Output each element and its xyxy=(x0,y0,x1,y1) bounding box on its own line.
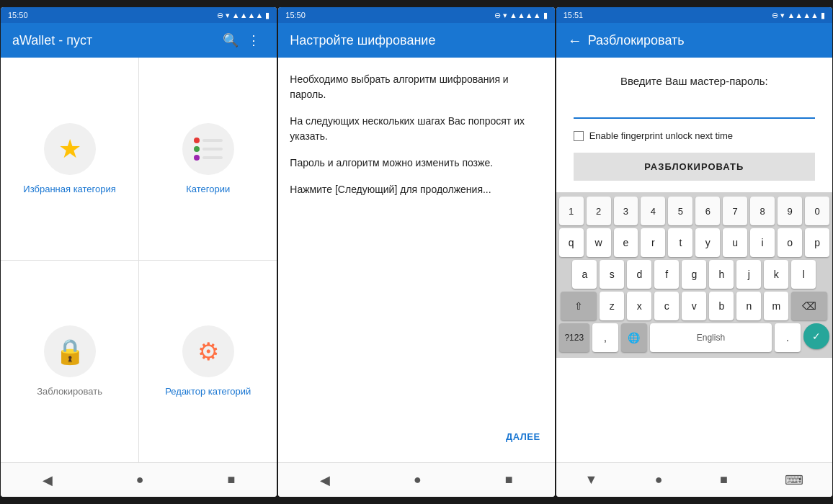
key-f[interactable]: f xyxy=(654,260,679,289)
back-arrow-3[interactable]: ← xyxy=(568,32,582,49)
lock-label: Заблокировать xyxy=(37,386,102,397)
next-button[interactable]: ДАЛЕЕ xyxy=(503,426,543,448)
recents-nav-1[interactable]: ■ xyxy=(213,467,250,493)
unlock-content: Введите Ваш мастер-пароль: Enable finger… xyxy=(556,58,832,462)
battery-icon-2: ▮ xyxy=(543,11,548,20)
key-3[interactable]: 3 xyxy=(614,197,638,225)
key-i[interactable]: i xyxy=(750,228,775,257)
key-b[interactable]: b xyxy=(709,292,734,320)
battery-icon: ▮ xyxy=(265,11,270,20)
signal-icon-2: ▲▲▲▲ xyxy=(509,11,541,19)
key-7[interactable]: 7 xyxy=(723,197,747,225)
key-6[interactable]: 6 xyxy=(695,197,720,225)
phone-screen-3: 15:51 ⊖ ▾ ▲▲▲▲ ▮ ← Разблокировать Введит… xyxy=(556,7,832,497)
key-n[interactable]: n xyxy=(736,292,761,320)
fingerprint-label: Enable fingerprint unlock next time xyxy=(589,130,733,141)
categories-icon xyxy=(194,138,223,161)
key-1[interactable]: 1 xyxy=(559,197,584,225)
app-title-1: aWallet - пуст xyxy=(12,33,219,48)
status-bar-2: 15:50 ⊖ ▾ ▲▲▲▲ ▮ xyxy=(278,7,554,23)
nav-bar-2: ◀ ● ■ xyxy=(278,462,554,497)
globe-key[interactable]: 🌐 xyxy=(621,323,647,352)
favorites-item[interactable]: ★ Избранная категория xyxy=(1,58,138,260)
recents-nav-2[interactable]: ■ xyxy=(491,467,527,493)
favorites-icon-bg: ★ xyxy=(44,123,96,175)
key-r[interactable]: r xyxy=(641,228,665,257)
enter-key[interactable]: ✓ xyxy=(803,323,829,349)
key-t[interactable]: t xyxy=(668,228,692,257)
key-5[interactable]: 5 xyxy=(668,197,692,225)
back-nav-3[interactable]: ▼ xyxy=(570,467,612,493)
key-e[interactable]: e xyxy=(614,228,638,257)
app-title-3: Разблокировать xyxy=(588,33,821,48)
encryption-content: Необходимо выбрать алгоритм шифрования и… xyxy=(278,58,554,462)
comma-key[interactable]: , xyxy=(592,323,618,352)
shift-key[interactable]: ⇧ xyxy=(561,292,597,320)
more-button-1[interactable]: ⋮ xyxy=(242,29,265,52)
status-bar-3: 15:51 ⊖ ▾ ▲▲▲▲ ▮ xyxy=(556,7,832,23)
key-q[interactable]: q xyxy=(559,228,584,257)
key-9[interactable]: 9 xyxy=(778,197,802,225)
key-x[interactable]: x xyxy=(627,292,651,320)
star-icon: ★ xyxy=(58,134,81,164)
key-8[interactable]: 8 xyxy=(750,197,775,225)
password-input[interactable] xyxy=(574,99,815,119)
key-j[interactable]: j xyxy=(736,260,761,289)
cat-editor-item[interactable]: ⚙ Редактор категорий xyxy=(139,261,277,463)
no-sim-icon-3: ⊖ xyxy=(772,11,778,20)
phone-screen-2: 15:50 ⊖ ▾ ▲▲▲▲ ▮ Настройте шифрование Не… xyxy=(278,7,554,497)
wifi-icon-2: ▾ xyxy=(503,11,507,20)
no-sim-icon: ⊖ xyxy=(217,11,223,20)
key-d[interactable]: d xyxy=(627,260,651,289)
space-key[interactable]: English xyxy=(650,323,772,352)
favorites-label: Избранная категория xyxy=(23,184,115,194)
home-nav-3[interactable]: ● xyxy=(641,467,677,493)
key-a[interactable]: a xyxy=(572,260,597,289)
key-y[interactable]: y xyxy=(695,228,720,257)
key-m[interactable]: m xyxy=(764,292,788,320)
categories-item[interactable]: Категории xyxy=(139,58,277,260)
key-4[interactable]: 4 xyxy=(641,197,665,225)
key-v[interactable]: v xyxy=(682,292,706,320)
home-nav-1[interactable]: ● xyxy=(122,467,159,493)
cat-editor-icon-bg: ⚙ xyxy=(182,325,234,377)
status-bar-1: 15:50 ⊖ ▾ ▲▲▲▲ ▮ xyxy=(1,7,277,23)
back-nav-2[interactable]: ◀ xyxy=(306,467,344,494)
lock-item[interactable]: 🔒 Заблокировать xyxy=(1,261,138,463)
keyboard-row2: a s d f g h j k l xyxy=(559,260,829,289)
num123-key[interactable]: ?123 xyxy=(559,323,589,352)
status-time-1: 15:50 xyxy=(8,11,28,19)
key-p[interactable]: p xyxy=(805,228,829,257)
key-g[interactable]: g xyxy=(682,260,706,289)
search-button-1[interactable]: 🔍 xyxy=(219,29,242,52)
key-z[interactable]: z xyxy=(600,292,624,320)
unlock-button[interactable]: РАЗБЛОКИРОВАТЬ xyxy=(574,153,815,181)
key-l[interactable]: l xyxy=(791,260,816,289)
backspace-key[interactable]: ⌫ xyxy=(791,292,827,320)
key-2[interactable]: 2 xyxy=(587,197,611,225)
app-bar-1: aWallet - пуст 🔍 ⋮ xyxy=(1,23,277,58)
key-k[interactable]: k xyxy=(764,260,788,289)
cat-editor-label: Редактор категорий xyxy=(165,386,251,397)
key-w[interactable]: w xyxy=(587,228,611,257)
phone-screen-1: 15:50 ⊖ ▾ ▲▲▲▲ ▮ aWallet - пуст 🔍 ⋮ ★ Из… xyxy=(1,7,277,497)
lock-icon: 🔒 xyxy=(55,337,85,366)
key-o[interactable]: o xyxy=(778,228,802,257)
app-bar-3: ← Разблокировать xyxy=(556,23,832,58)
key-s[interactable]: s xyxy=(600,260,624,289)
key-c[interactable]: c xyxy=(654,292,679,320)
period-key[interactable]: . xyxy=(775,323,801,352)
categories-icon-bg xyxy=(182,123,234,175)
home-nav-2[interactable]: ● xyxy=(399,467,436,493)
no-sim-icon-2: ⊖ xyxy=(494,11,501,20)
key-u[interactable]: u xyxy=(723,228,747,257)
wifi-icon-3: ▾ xyxy=(780,11,785,20)
keyboard-row1: q w e r t y u i o p xyxy=(559,228,829,257)
recents-nav-3[interactable]: ■ xyxy=(705,467,742,493)
status-time-2: 15:50 xyxy=(285,11,306,19)
key-h[interactable]: h xyxy=(709,260,734,289)
key-0[interactable]: 0 xyxy=(805,197,829,225)
back-nav-1[interactable]: ◀ xyxy=(28,467,67,494)
keyboard-nav-3[interactable]: ⌨ xyxy=(770,467,818,494)
fingerprint-checkbox[interactable] xyxy=(574,131,584,141)
